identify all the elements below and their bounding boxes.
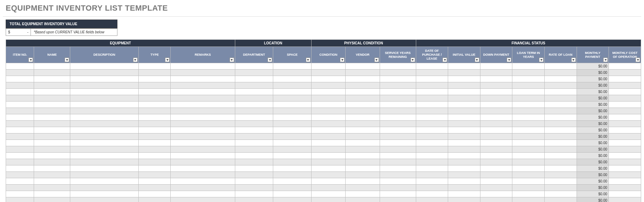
table-cell[interactable] <box>448 82 480 89</box>
table-cell[interactable] <box>512 95 545 102</box>
table-cell[interactable] <box>346 165 380 172</box>
table-cell[interactable] <box>609 178 641 185</box>
table-cell[interactable] <box>480 102 512 108</box>
table-cell[interactable] <box>171 191 235 197</box>
table-cell[interactable]: $0.00 <box>577 178 609 185</box>
table-cell[interactable] <box>545 197 577 202</box>
table-cell[interactable] <box>545 82 577 89</box>
table-cell[interactable] <box>6 178 34 185</box>
table-cell[interactable] <box>70 82 139 89</box>
table-cell[interactable] <box>235 178 273 185</box>
table-cell[interactable] <box>70 102 139 108</box>
table-cell[interactable] <box>448 95 480 102</box>
table-cell[interactable] <box>34 89 70 95</box>
table-cell[interactable] <box>346 108 380 114</box>
table-cell[interactable] <box>34 95 70 102</box>
table-cell[interactable] <box>311 140 345 146</box>
table-cell[interactable] <box>311 63 345 70</box>
table-cell[interactable] <box>545 70 577 76</box>
table-cell[interactable] <box>70 153 139 159</box>
table-cell[interactable] <box>34 153 70 159</box>
table-cell[interactable] <box>138 89 171 95</box>
table-cell[interactable] <box>480 121 512 127</box>
table-cell[interactable] <box>380 191 416 197</box>
table-cell[interactable] <box>512 108 545 114</box>
table-cell[interactable] <box>70 127 139 133</box>
table-cell[interactable] <box>138 121 171 127</box>
table-cell[interactable] <box>512 191 545 197</box>
table-cell[interactable] <box>346 76 380 82</box>
table-cell[interactable] <box>311 191 345 197</box>
table-cell[interactable] <box>171 127 235 133</box>
table-cell[interactable] <box>380 108 416 114</box>
table-cell[interactable] <box>380 172 416 178</box>
table-cell[interactable] <box>34 70 70 76</box>
filter-dropdown-icon[interactable] <box>230 58 234 62</box>
table-cell[interactable] <box>609 121 641 127</box>
table-cell[interactable] <box>512 153 545 159</box>
table-cell[interactable] <box>480 133 512 140</box>
table-cell[interactable] <box>235 172 273 178</box>
table-cell[interactable] <box>138 95 171 102</box>
filter-dropdown-icon[interactable] <box>133 58 138 62</box>
table-cell[interactable] <box>235 133 273 140</box>
table-cell[interactable] <box>70 95 139 102</box>
table-cell[interactable] <box>346 178 380 185</box>
table-cell[interactable] <box>311 121 345 127</box>
table-cell[interactable] <box>171 70 235 76</box>
table-cell[interactable] <box>235 153 273 159</box>
table-cell[interactable] <box>346 127 380 133</box>
table-cell[interactable] <box>235 95 273 102</box>
table-cell[interactable] <box>448 76 480 82</box>
table-cell[interactable] <box>416 121 448 127</box>
table-cell[interactable]: $0.00 <box>577 165 609 172</box>
table-cell[interactable] <box>545 114 577 121</box>
table-cell[interactable] <box>311 82 345 89</box>
table-cell[interactable] <box>380 159 416 165</box>
table-cell[interactable] <box>171 178 235 185</box>
table-cell[interactable] <box>34 165 70 172</box>
table-cell[interactable] <box>273 153 312 159</box>
table-cell[interactable] <box>380 127 416 133</box>
table-cell[interactable]: $0.00 <box>577 153 609 159</box>
table-cell[interactable] <box>380 165 416 172</box>
table-cell[interactable] <box>346 197 380 202</box>
filter-dropdown-icon[interactable] <box>374 58 379 62</box>
table-cell[interactable] <box>6 140 34 146</box>
table-cell[interactable] <box>346 121 380 127</box>
table-cell[interactable] <box>6 172 34 178</box>
table-cell[interactable] <box>380 76 416 82</box>
table-cell[interactable] <box>273 140 312 146</box>
table-cell[interactable] <box>545 165 577 172</box>
table-cell[interactable]: $0.00 <box>577 63 609 70</box>
table-cell[interactable] <box>416 82 448 89</box>
table-cell[interactable] <box>171 153 235 159</box>
filter-dropdown-icon[interactable] <box>571 58 576 62</box>
table-cell[interactable] <box>6 76 34 82</box>
table-cell[interactable] <box>346 70 380 76</box>
table-cell[interactable] <box>34 185 70 191</box>
table-cell[interactable] <box>448 178 480 185</box>
table-cell[interactable] <box>171 89 235 95</box>
table-cell[interactable] <box>609 108 641 114</box>
table-cell[interactable] <box>311 165 345 172</box>
table-cell[interactable] <box>380 70 416 76</box>
table-cell[interactable]: $0.00 <box>577 108 609 114</box>
table-cell[interactable] <box>138 172 171 178</box>
table-cell[interactable] <box>346 133 380 140</box>
table-cell[interactable]: $0.00 <box>577 197 609 202</box>
table-cell[interactable] <box>346 172 380 178</box>
table-cell[interactable] <box>273 165 312 172</box>
table-cell[interactable] <box>171 133 235 140</box>
table-cell[interactable] <box>171 114 235 121</box>
table-cell[interactable] <box>311 70 345 76</box>
table-cell[interactable] <box>138 70 171 76</box>
table-cell[interactable] <box>6 108 34 114</box>
table-cell[interactable] <box>70 172 139 178</box>
table-cell[interactable] <box>416 191 448 197</box>
table-cell[interactable] <box>311 159 345 165</box>
table-cell[interactable] <box>171 140 235 146</box>
table-cell[interactable] <box>34 76 70 82</box>
table-cell[interactable] <box>346 140 380 146</box>
table-cell[interactable] <box>545 153 577 159</box>
